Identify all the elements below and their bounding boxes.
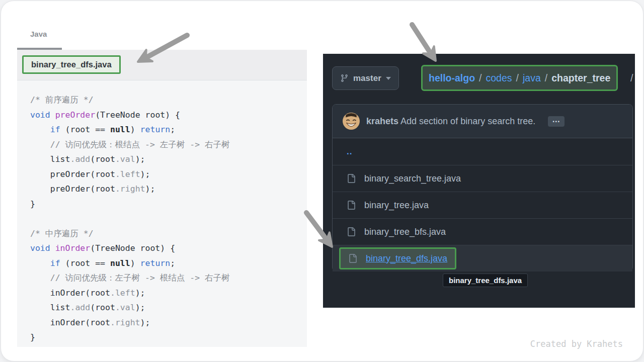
code-line <box>30 211 303 226</box>
file-row[interactable]: binary_tree_bfs.java <box>333 218 632 245</box>
commit-author[interactable]: krahets <box>366 116 398 126</box>
footer-credit: Created by Krahets <box>530 339 623 349</box>
file-icon <box>347 174 356 183</box>
breadcrumb-java-link[interactable]: java <box>523 72 541 84</box>
link-url-tooltip: binary_tree_dfs.java <box>443 274 528 287</box>
breadcrumb-repo-link[interactable]: hello-algo <box>429 72 475 84</box>
breadcrumb-separator: / <box>479 72 481 84</box>
latest-commit-row: krahets Add section of binary search tre… <box>333 105 632 138</box>
code-line: inOrder(root.left); <box>30 286 303 301</box>
code-line: void inOrder(TreeNode root) { <box>30 241 303 256</box>
breadcrumb-separator: / <box>545 72 547 84</box>
breadcrumb-codes-link[interactable]: codes <box>486 72 512 84</box>
branch-selector-button[interactable]: master <box>332 66 399 90</box>
file-name[interactable]: binary_tree.java <box>364 200 429 211</box>
file-link-hovered[interactable]: binary_tree_dfs.java <box>366 253 447 264</box>
file-icon <box>347 201 356 210</box>
filename-highlight-box: binary_tree_dfs.java <box>22 55 121 74</box>
code-line: } <box>30 330 303 345</box>
code-line: /* 前序遍历 */ <box>30 93 303 108</box>
code-line: void preOrder(TreeNode root) { <box>30 108 303 123</box>
code-line: // 访问优先级：左子树 -> 根结点 -> 右子树 <box>30 270 303 286</box>
code-line: if (root == null) return; <box>30 122 303 137</box>
file-title-bar: binary_tree_dfs.java <box>17 50 307 80</box>
git-branch-icon <box>340 74 349 82</box>
github-file-browser: master hello-algo / codes / java / chapt… <box>323 54 635 308</box>
file-icon <box>347 227 356 236</box>
file-row[interactable]: binary_tree_dfs.java <box>333 245 632 272</box>
code-panel: binary_tree_dfs.java /* 前序遍历 */void preO… <box>17 50 307 347</box>
code-block: /* 前序遍历 */void preOrder(TreeNode root) {… <box>17 80 307 345</box>
avatar[interactable] <box>343 113 360 130</box>
code-line: list.add(root.val); <box>30 300 303 315</box>
code-line: // 访问优先级：根结点 -> 左子树 -> 右子树 <box>30 137 303 152</box>
breadcrumb-separator: / <box>516 72 519 84</box>
code-line: /* 中序遍历 */ <box>30 226 303 241</box>
branch-name: master <box>353 73 381 83</box>
file-row-parent-dir[interactable]: .. <box>333 138 632 165</box>
commit-message-text[interactable]: Add section of binary search tree. <box>398 116 535 126</box>
code-line: } <box>30 197 303 212</box>
code-line: preOrder(root.right); <box>30 182 303 197</box>
breadcrumb-trailing-slash: / <box>630 72 633 84</box>
file-row-highlight-box: binary_tree_dfs.java <box>339 247 456 269</box>
tab-java[interactable]: Java <box>30 30 47 38</box>
file-name[interactable]: binary_search_tree.java <box>364 173 461 184</box>
file-row[interactable]: binary_search_tree.java <box>333 165 632 192</box>
code-line: list.add(root.val); <box>30 152 303 167</box>
parent-directory-link[interactable]: .. <box>347 147 352 157</box>
breadcrumb-highlight-box: hello-algo / codes / java / chapter_tree <box>421 65 618 91</box>
chevron-down-icon <box>386 77 391 80</box>
commit-more-button[interactable]: … <box>548 116 565 127</box>
repo-contents-box: krahets Add section of binary search tre… <box>332 104 633 272</box>
file-icon <box>348 254 357 263</box>
commit-message: krahets Add section of binary search tre… <box>366 116 535 127</box>
file-list: .. binary_search_tree.java binary_tree.j… <box>333 138 632 272</box>
breadcrumb-current-folder: chapter_tree <box>551 72 610 84</box>
code-line: inOrder(root.right); <box>30 315 303 330</box>
file-row[interactable]: binary_tree.java <box>333 192 632 218</box>
file-name[interactable]: binary_tree_bfs.java <box>364 227 446 237</box>
tutorial-card: Java binary_tree_dfs.java /* 前序遍历 */void… <box>1 1 643 361</box>
code-line: preOrder(root.left); <box>30 167 303 182</box>
code-line: if (root == null) return; <box>30 256 303 271</box>
